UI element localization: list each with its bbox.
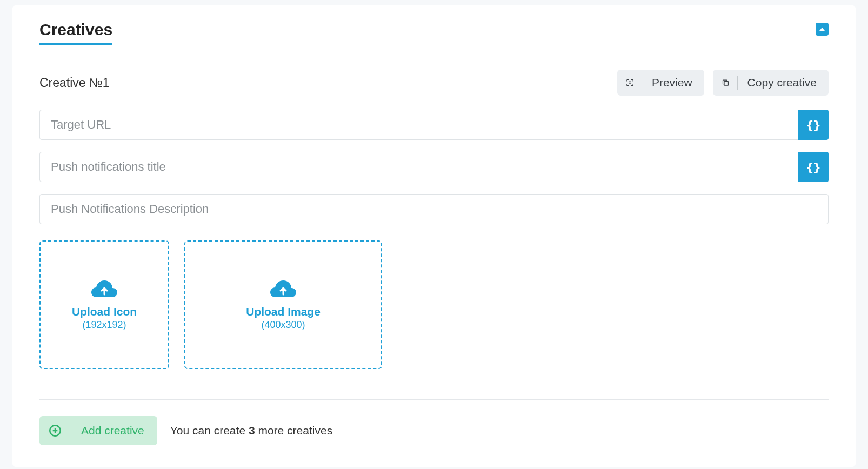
cloud-upload-icon (91, 279, 118, 300)
divider (39, 399, 829, 400)
creative-number-label: Creative №1 (39, 76, 110, 90)
add-creative-button[interactable]: Add creative (39, 416, 157, 445)
section-title: Creatives (39, 21, 112, 45)
upload-icon-dropzone[interactable]: Upload Icon (192x192) (39, 240, 169, 369)
upload-row: Upload Icon (192x192) Upload Image (400x… (39, 240, 829, 369)
preview-label: Preview (652, 76, 692, 89)
section-header: Creatives (39, 21, 829, 45)
add-creative-label: Add creative (81, 424, 144, 437)
push-description-row (39, 194, 829, 224)
copy-label: Copy creative (747, 76, 817, 89)
preview-icon (626, 76, 642, 90)
footer-hint-suffix: more creatives (255, 424, 333, 437)
collapse-button[interactable] (816, 23, 829, 36)
svg-rect-0 (629, 82, 631, 84)
push-title-input[interactable] (39, 152, 798, 182)
upload-icon-hint: (192x192) (82, 319, 126, 331)
svg-rect-1 (724, 82, 729, 86)
footer-hint: You can create 3 more creatives (170, 424, 332, 437)
chevron-up-icon (819, 26, 825, 32)
cloud-upload-icon (270, 279, 297, 300)
target-url-row: {} (39, 110, 829, 140)
upload-image-hint: (400x300) (261, 319, 305, 331)
creative-actions: Preview Copy creative (617, 70, 829, 96)
upload-icon-label: Upload Icon (72, 305, 137, 318)
target-url-macro-button[interactable]: {} (798, 110, 829, 140)
copy-icon (722, 76, 738, 90)
braces-icon: {} (806, 118, 821, 132)
footer-hint-count: 3 (249, 424, 255, 437)
upload-image-dropzone[interactable]: Upload Image (400x300) (184, 240, 382, 369)
footer-hint-prefix: You can create (170, 424, 249, 437)
braces-icon: {} (806, 160, 821, 174)
preview-button[interactable]: Preview (617, 70, 704, 96)
target-url-input[interactable] (39, 110, 798, 140)
push-title-macro-button[interactable]: {} (798, 152, 829, 182)
copy-creative-button[interactable]: Copy creative (713, 70, 829, 96)
push-description-input[interactable] (39, 194, 829, 224)
push-title-row: {} (39, 152, 829, 182)
footer-row: Add creative You can create 3 more creat… (39, 416, 829, 445)
plus-circle-icon (48, 423, 71, 438)
creative-header-row: Creative №1 Preview Copy c (39, 70, 829, 96)
creatives-panel: Creatives Creative №1 Preview (12, 5, 856, 467)
upload-image-label: Upload Image (246, 305, 321, 318)
